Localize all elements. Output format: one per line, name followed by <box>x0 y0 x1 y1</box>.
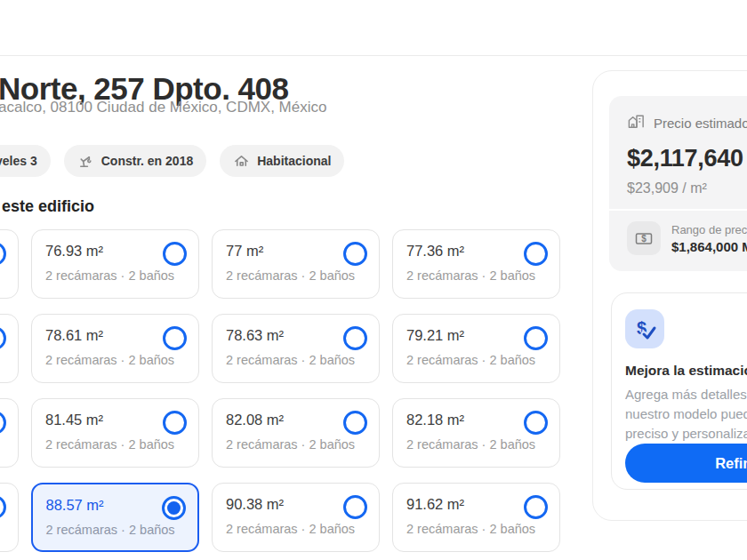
radio-unselected-icon[interactable] <box>524 242 548 266</box>
badge-row: Niveles 3 Constr. en 2018 <box>0 145 344 177</box>
unit-card[interactable]: 82.18 m² 2 recámaras · 2 baños <box>392 398 560 468</box>
radio-unselected-icon[interactable] <box>524 326 548 350</box>
unit-detail: 2 recámaras · 2 baños <box>226 353 365 367</box>
badge-habitacional-label: Habitacional <box>257 154 331 168</box>
estimate-panel: Precio estimado $2,117,640MXN $23,909 / … <box>609 96 747 271</box>
radio-unselected-icon[interactable] <box>343 411 367 435</box>
unit-card[interactable]: 2 recámaras · 2 baños <box>0 398 19 468</box>
unit-card[interactable]: 78.63 m² 2 recámaras · 2 baños <box>212 314 380 383</box>
listing-address: acalco, 08100 Ciudad de México, CDMX, Mé… <box>0 99 326 116</box>
unit-options-grid: 2 recámaras · 2 baños 76.93 m² 2 recámar… <box>0 229 560 552</box>
radio-unselected-icon[interactable] <box>163 242 187 266</box>
section-heading: en este edificio <box>0 197 94 216</box>
panel-divider <box>609 209 747 211</box>
badge-niveles: Niveles 3 <box>0 145 51 177</box>
price-range-row: $ Rango de precio $1,864,000 MXN <box>627 221 747 255</box>
improve-title: Mejora la estimación <box>625 363 747 379</box>
unit-card[interactable]: 81.45 m² 2 recámaras · 2 baños <box>31 398 199 468</box>
unit-detail: 2 recámaras · 2 baños <box>226 437 365 452</box>
unit-detail: 2 recámaras · 2 baños <box>45 268 185 283</box>
page: Norte, 257 Dpto. 408 acalco, 08100 Ciuda… <box>0 0 747 560</box>
radio-selected-icon[interactable] <box>162 496 186 520</box>
unit-card[interactable]: 82.08 m² 2 recámaras · 2 baños <box>212 398 380 468</box>
unit-card[interactable]: 79.21 m² 2 recámaras · 2 baños <box>392 314 560 383</box>
unit-card[interactable]: 91.62 m² 2 recámaras · 2 baños <box>392 483 560 552</box>
unit-card[interactable]: 77 m² 2 recámaras · 2 baños <box>212 229 380 299</box>
badge-construccion: Constr. en 2018 <box>64 145 207 177</box>
badge-construccion-label: Constr. en 2018 <box>101 154 194 168</box>
unit-detail: 2 recámaras · 2 baños <box>226 522 365 536</box>
unit-detail: 2 recámaras · 2 baños <box>406 353 546 367</box>
unit-card[interactable]: 2 recámaras · 2 baños <box>0 314 19 383</box>
radio-unselected-icon[interactable] <box>343 326 367 350</box>
unit-card[interactable]: 90.38 m² 2 recámaras · 2 baños <box>212 483 380 552</box>
refine-estimate-button[interactable]: Refinar estimación <box>625 444 747 483</box>
unit-detail: 2 recámaras · 2 baños <box>226 268 365 283</box>
estimate-label: Precio estimado <box>654 116 747 131</box>
header-divider <box>0 55 747 56</box>
radio-unselected-icon[interactable] <box>524 495 548 519</box>
improve-description: Agrega más detalles nuestro modelo pued … <box>625 385 747 444</box>
radio-unselected-icon[interactable] <box>163 326 187 350</box>
unit-card-selected[interactable]: 88.57 m² 2 recámaras · 2 baños <box>31 483 199 552</box>
estimate-price: $2,117,640MXN <box>627 145 747 172</box>
banknote-icon: $ <box>627 221 661 255</box>
unit-detail: 2 recámaras · 2 baños <box>406 268 546 283</box>
building-icon <box>627 112 646 133</box>
svg-text:$: $ <box>641 234 647 244</box>
range-label: Rango de precio <box>671 223 747 236</box>
radio-unselected-icon[interactable] <box>163 411 187 435</box>
unit-card[interactable]: 76.93 m² 2 recámaras · 2 baños <box>31 229 199 299</box>
unit-card[interactable]: 2 recámaras · 2 baños <box>0 483 19 552</box>
unit-card[interactable]: 78.61 m² 2 recámaras · 2 baños <box>31 314 199 383</box>
unit-card[interactable]: 77.36 m² 2 recámaras · 2 baños <box>392 229 560 299</box>
price-per-m2: $23,909 / m² <box>627 180 747 196</box>
unit-detail: 2 recámaras · 2 baños <box>406 522 546 536</box>
unit-detail: 2 recámaras · 2 baños <box>406 437 546 452</box>
radio-unselected-icon[interactable] <box>524 411 548 435</box>
unit-detail: 2 recámaras · 2 baños <box>46 523 185 537</box>
unit-detail: 2 recámaras · 2 baños <box>45 437 185 452</box>
price-estimate-sidebar: Precio estimado $2,117,640MXN $23,909 / … <box>592 70 747 521</box>
badge-habitacional: Habitacional <box>220 145 344 177</box>
radio-unselected-icon[interactable] <box>343 242 367 266</box>
construction-crane-icon <box>77 153 94 170</box>
price-check-icon: $ <box>625 309 664 348</box>
house-icon <box>233 153 250 170</box>
unit-card[interactable]: 2 recámaras · 2 baños <box>0 229 19 299</box>
unit-detail: 2 recámaras · 2 baños <box>45 353 185 367</box>
improve-estimate-card: $ Mejora la estimación Agrega más detall… <box>611 292 747 490</box>
radio-unselected-icon[interactable] <box>343 495 367 519</box>
badge-niveles-label: Niveles 3 <box>0 154 37 168</box>
range-value: $1,864,000 MXN <box>671 239 747 254</box>
